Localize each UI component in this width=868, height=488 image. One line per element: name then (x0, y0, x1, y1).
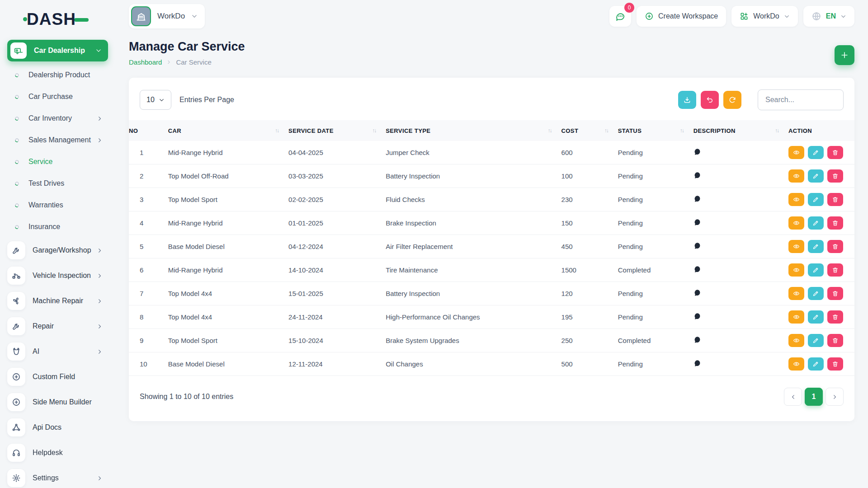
cell-cost: 120 (561, 290, 618, 297)
chevron-right-icon (97, 475, 103, 481)
entries-per-page-select[interactable]: 10 (140, 90, 171, 110)
edit-button[interactable] (808, 334, 824, 347)
delete-button[interactable] (827, 240, 843, 253)
table-body: 1 Mid-Range Hybrid 04-04-2025 Jumper Che… (129, 141, 854, 376)
sidebar-item[interactable]: Machine Repair (0, 288, 115, 314)
sidebar-sub-item[interactable]: Car Inventory (0, 108, 115, 129)
trash-icon (832, 220, 839, 226)
view-button[interactable] (788, 287, 804, 300)
chat-bubble-icon[interactable] (693, 336, 702, 344)
sidebar-sub-item[interactable]: Service (0, 151, 115, 173)
sort-icon[interactable]: ↑↓ (604, 127, 608, 134)
sidebar-item[interactable]: Custom Field (0, 364, 115, 389)
sidebar-item-icon (12, 448, 21, 457)
sort-icon[interactable]: ↑↓ (680, 127, 684, 134)
column-header: CAR ↑↓ (168, 127, 288, 134)
workspace-selector[interactable]: WorkDo (129, 4, 205, 28)
view-button[interactable] (788, 310, 804, 324)
edit-button[interactable] (808, 310, 824, 324)
sidebar-item[interactable]: Api Docs (0, 415, 115, 440)
sidebar-item[interactable]: Settings (0, 465, 115, 488)
sort-icon[interactable]: ↑↓ (548, 127, 552, 134)
sidebar-sub-item[interactable]: Car Purchase (0, 86, 115, 108)
delete-button[interactable] (827, 287, 843, 300)
delete-button[interactable] (827, 193, 843, 206)
eye-icon (793, 314, 800, 320)
add-service-button[interactable] (835, 45, 854, 65)
sort-icon[interactable]: ↑↓ (275, 127, 278, 134)
sort-icon[interactable]: ↑↓ (372, 127, 376, 134)
chat-bubble-icon[interactable] (693, 148, 702, 156)
chat-bubble-icon[interactable] (693, 359, 702, 367)
cell-service-type: Battery Inspection (386, 172, 561, 180)
chat-bubble-icon[interactable] (693, 218, 702, 226)
edit-button[interactable] (808, 240, 824, 253)
cell-service-date: 24-11-2024 (288, 313, 386, 321)
chat-bubble-icon[interactable] (693, 242, 702, 250)
language-selector[interactable]: EN (803, 6, 854, 27)
sidebar-item[interactable]: Helpdesk (0, 440, 115, 465)
create-workspace-button[interactable]: Create Workspace (637, 6, 726, 27)
chat-bubble-icon[interactable] (693, 312, 702, 320)
sidebar-sub-item[interactable]: Insurance (0, 216, 115, 238)
previous-page-button[interactable] (784, 388, 802, 406)
edit-button[interactable] (808, 193, 824, 206)
sidebar-item[interactable]: AI (0, 339, 115, 364)
bullet-icon (14, 116, 19, 121)
edit-button[interactable] (808, 169, 824, 183)
delete-button[interactable] (827, 310, 843, 324)
edit-button[interactable] (808, 263, 824, 277)
cell-cost: 450 (561, 243, 618, 250)
sidebar-item-car-dealership[interactable]: Car Dealership (7, 40, 108, 61)
view-button[interactable] (788, 193, 804, 206)
view-button[interactable] (788, 240, 804, 253)
sidebar-item[interactable]: Garage/Workshop (0, 238, 115, 263)
delete-button[interactable] (827, 169, 843, 183)
sidebar-sub-item[interactable]: Warranties (0, 194, 115, 216)
chat-bubble-icon[interactable] (693, 195, 702, 203)
reset-button[interactable] (701, 91, 719, 109)
workspace-switcher-button[interactable]: WorkDo (731, 6, 798, 27)
export-button[interactable] (678, 91, 696, 109)
next-page-button[interactable] (826, 388, 844, 406)
delete-button[interactable] (827, 146, 843, 159)
refresh-button[interactable] (723, 91, 741, 109)
delete-button[interactable] (827, 216, 843, 230)
view-button[interactable] (788, 357, 804, 371)
view-button[interactable] (788, 263, 804, 277)
sidebar-item[interactable]: Vehicle Inspection (0, 263, 115, 288)
chat-bubble-icon[interactable] (693, 265, 702, 273)
column-header-label: DESCRIPTION (693, 127, 736, 134)
bullet-icon (14, 160, 19, 164)
breadcrumb-dashboard-link[interactable]: Dashboard (129, 58, 162, 66)
search-input[interactable] (758, 89, 844, 110)
table-header-row: NO CAR ↑↓ SERVICE DATE ↑↓ SERVICE (129, 120, 854, 141)
pencil-icon (812, 149, 819, 156)
delete-button[interactable] (827, 357, 843, 371)
sidebar-sub-item[interactable]: Sales Management (0, 129, 115, 151)
cell-service-date: 04-04-2025 (288, 149, 386, 156)
app-logo[interactable]: DASH (0, 6, 115, 33)
edit-button[interactable] (808, 287, 824, 300)
chevron-right-icon (97, 273, 103, 279)
sidebar-item[interactable]: Repair (0, 314, 115, 339)
edit-button[interactable] (808, 216, 824, 230)
chat-bubble-icon[interactable] (693, 289, 702, 297)
view-button[interactable] (788, 216, 804, 230)
sidebar-item[interactable]: Side Menu Builder (0, 389, 115, 415)
delete-button[interactable] (827, 334, 843, 347)
page-1-button[interactable]: 1 (805, 388, 823, 406)
view-button[interactable] (788, 169, 804, 183)
chat-bubble-icon[interactable] (693, 171, 702, 179)
edit-button[interactable] (808, 357, 824, 371)
sidebar-sub-item[interactable]: Test Drives (0, 173, 115, 194)
delete-button[interactable] (827, 263, 843, 277)
cell-description (693, 148, 788, 157)
sort-icon[interactable]: ↑↓ (775, 127, 778, 134)
view-button[interactable] (788, 334, 804, 347)
view-button[interactable] (788, 146, 804, 159)
sidebar-sub-item[interactable]: Dealership Product (0, 64, 115, 86)
cell-status: Pending (618, 196, 693, 203)
edit-button[interactable] (808, 146, 824, 159)
messages-button[interactable]: 0 (609, 6, 631, 27)
